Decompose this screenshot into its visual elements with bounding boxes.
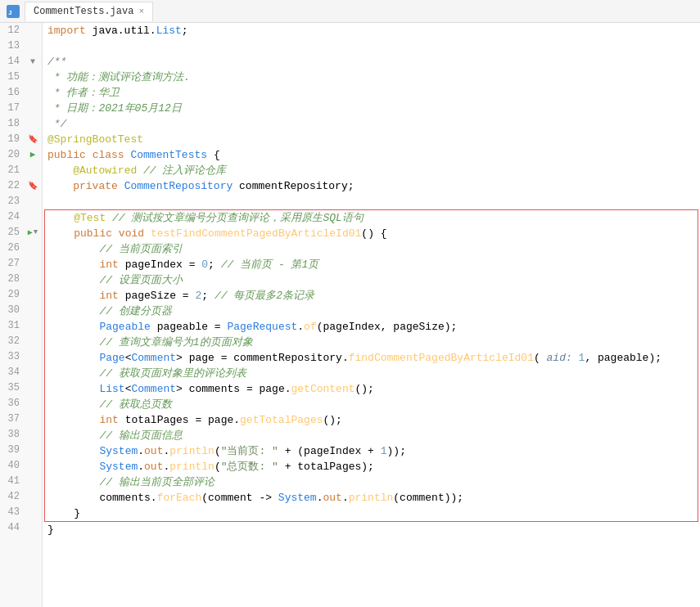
line-number: 28 xyxy=(0,272,26,287)
gutter-row-34: 34 xyxy=(0,365,42,380)
gutter-row-14: 14 ▼ xyxy=(0,54,42,70)
gutter-row-42: 42 xyxy=(0,489,42,505)
line-number: 44 xyxy=(0,520,26,536)
bookmark-icon[interactable]: 🔖 xyxy=(26,178,39,194)
code-line-21: @Autowired // 注入评论仓库 xyxy=(43,163,700,178)
svg-text:J: J xyxy=(8,9,12,16)
code-line-17: * 日期：2021年05月12日 xyxy=(43,101,700,116)
line-number: 31 xyxy=(0,318,26,334)
bookmark-icon[interactable]: 🔖 xyxy=(26,132,39,147)
code-line-27: int pageIndex = 0; // 当前页 - 第1页 xyxy=(48,257,698,272)
code-line-38: // 输出页面信息 xyxy=(48,428,698,443)
gutter-row-36: 36 xyxy=(0,396,42,411)
line-number: 23 xyxy=(0,194,26,209)
code-line-20: public class CommentTests { xyxy=(43,147,700,163)
line-number: 13 xyxy=(0,38,26,54)
gutter-row-22: 22 🔖 xyxy=(0,178,42,194)
line-number: 17 xyxy=(0,101,26,116)
line-number: 34 xyxy=(0,365,26,380)
code-line-29: int pageSize = 2; // 每页最多2条记录 xyxy=(48,288,698,304)
code-line-13 xyxy=(43,38,700,54)
gutter-row-13: 13 xyxy=(0,38,42,54)
gutter-row-21: 21 xyxy=(0,163,42,178)
gutter-row-35: 35 xyxy=(0,380,42,396)
line-number: 24 xyxy=(0,209,26,225)
code-line-32: // 查询文章编号为1的页面对象 xyxy=(48,335,698,350)
gutter-row-43: 43 xyxy=(0,505,42,520)
gutter-row-38: 38 xyxy=(0,427,42,443)
line-number: 38 xyxy=(0,427,26,443)
code-line-35: List<Comment> comments = page.getContent… xyxy=(48,381,698,397)
code-line-42: comments.forEach(comment -> System.out.p… xyxy=(48,490,698,506)
gutter-row-23: 23 xyxy=(0,194,42,209)
gutter-row-18: 18 xyxy=(0,116,42,132)
code-line-36: // 获取总页数 xyxy=(48,397,698,412)
line-number: 19 xyxy=(0,132,26,147)
line-number: 37 xyxy=(0,411,26,427)
code-line-23 xyxy=(43,194,700,209)
gutter-row-37: 37 xyxy=(0,411,42,427)
code-line-34: // 获取页面对象里的评论列表 xyxy=(48,366,698,381)
gutter-row-27: 27 xyxy=(0,256,42,272)
line-number: 39 xyxy=(0,443,26,458)
code-line-40: System.out.println("总页数: " + totalPages)… xyxy=(48,459,698,474)
gutter-row-40: 40 xyxy=(0,458,42,474)
code-content[interactable]: import java.util.List; /** * 功能：测试评论查询方法… xyxy=(43,23,700,607)
gutter-row-25: 25 ▶ ▼ xyxy=(0,225,42,241)
line-number: 36 xyxy=(0,396,26,411)
code-line-33: Page<Comment> page = commentRepository.f… xyxy=(48,350,698,366)
code-line-31: Pageable pageable = PageRequest.of(pageI… xyxy=(48,319,698,335)
line-number: 20 xyxy=(0,147,26,163)
line-number: 14 xyxy=(0,54,26,70)
code-line-28: // 设置页面大小 xyxy=(48,272,698,288)
line-number: 29 xyxy=(0,287,26,303)
tab-close[interactable]: × xyxy=(138,7,144,16)
code-line-22: private CommentRepository commentReposit… xyxy=(43,178,700,194)
gutter-row-24: 24 xyxy=(0,209,42,225)
fold-icon[interactable]: ▼ xyxy=(34,225,38,241)
title-bar: J CommentTests.java × xyxy=(0,0,700,23)
gutter-row-15: 15 xyxy=(0,70,42,85)
line-number: 33 xyxy=(0,349,26,365)
line-number: 12 xyxy=(0,23,26,38)
code-line-43: } xyxy=(48,506,698,521)
line-number: 32 xyxy=(0,334,26,349)
file-tab[interactable]: CommentTests.java × xyxy=(25,2,153,21)
java-icon: J xyxy=(7,5,20,18)
tab-filename: CommentTests.java xyxy=(34,6,133,17)
gutter: 12 13 14 ▼ 15 16 17 18 xyxy=(0,23,43,607)
code-line-41: // 输出当前页全部评论 xyxy=(48,474,698,490)
line-number: 15 xyxy=(0,70,26,85)
code-line-26: // 当前页面索引 xyxy=(48,241,698,257)
code-line-14: /** xyxy=(43,54,700,70)
line-number: 35 xyxy=(0,380,26,396)
gutter-row-29: 29 xyxy=(0,287,42,303)
line-number: 41 xyxy=(0,474,26,489)
gutter-row-28: 28 xyxy=(0,272,42,287)
keyword: import xyxy=(47,23,86,38)
line-number: 16 xyxy=(0,85,26,101)
line-number: 22 xyxy=(0,178,26,194)
code-line-24: @Test // 测试按文章编号分页查询评论，采用原生SQL语句 xyxy=(48,210,698,226)
gutter-row-30: 30 xyxy=(0,303,42,318)
code-line-37: int totalPages = page.getTotalPages(); xyxy=(48,412,698,428)
code-line-19: @SpringBootTest xyxy=(43,132,700,147)
line-number: 30 xyxy=(0,303,26,318)
highlighted-region: @Test // 测试按文章编号分页查询评论，采用原生SQL语句 public … xyxy=(44,209,698,522)
gutter-row-19: 19 🔖 xyxy=(0,132,42,147)
line-number: 40 xyxy=(0,458,26,474)
run-icon[interactable]: ▶ xyxy=(28,225,33,241)
run-icon[interactable]: ▶ xyxy=(26,147,39,163)
gutter-row-12: 12 xyxy=(0,23,42,38)
line-number: 27 xyxy=(0,256,26,272)
code-line-30: // 创建分页器 xyxy=(48,304,698,319)
line-number: 21 xyxy=(0,163,26,178)
gutter-row-26: 26 xyxy=(0,241,42,256)
code-line-44: } xyxy=(43,522,700,537)
fold-icon[interactable]: ▼ xyxy=(26,54,39,70)
line-number: 25 xyxy=(0,225,26,241)
code-line-12: import java.util.List; xyxy=(43,23,700,38)
line-number: 43 xyxy=(0,505,26,520)
gutter-row-31: 31 xyxy=(0,318,42,334)
code-line-39: System.out.println("当前页: " + (pageIndex … xyxy=(48,443,698,459)
